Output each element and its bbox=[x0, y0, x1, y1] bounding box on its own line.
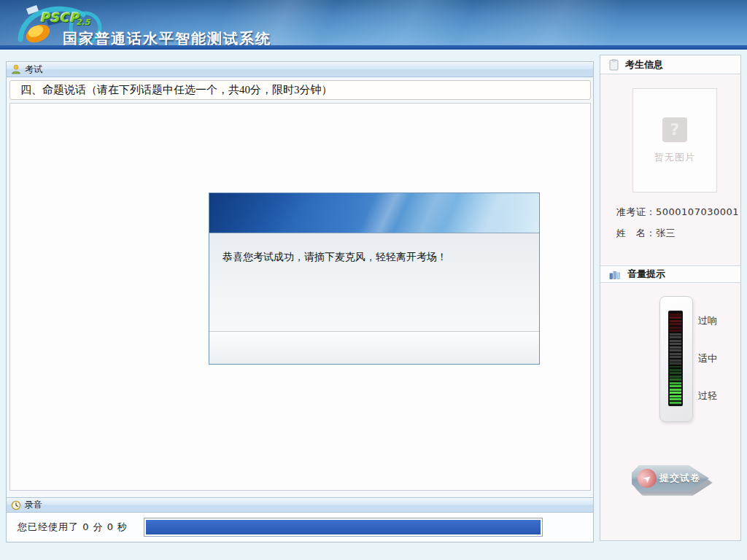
candidate-info-header: 考生信息 bbox=[600, 55, 740, 74]
recording-header-bar: 录音 bbox=[7, 497, 593, 513]
submit-arrow-icon: ➤ bbox=[634, 465, 661, 492]
candidate-sidebar: 考生信息 ? 暂无图片 准考证：5000107030001 姓 名：张三 音量提… bbox=[600, 55, 741, 541]
question-text: 四、命题说话（请在下列话题中任选一个，共40分，限时3分钟） bbox=[20, 83, 333, 97]
submit-button-area: ➤ 提交试卷 bbox=[632, 465, 713, 494]
recording-status-row: 您已经使用了 0 分 0 秒 bbox=[7, 513, 593, 542]
recording-header-label: 录音 bbox=[25, 499, 42, 511]
exam-content-area: 恭喜您考试成功，请摘下麦克风，轻轻离开考场！ bbox=[9, 103, 591, 491]
photo-placeholder: ? 暂无图片 bbox=[632, 88, 717, 192]
volume-bars-icon bbox=[609, 270, 621, 279]
result-dialog-header bbox=[209, 193, 539, 233]
result-dialog-body: 恭喜您考试成功，请摘下麦克风，轻轻离开考场！ bbox=[209, 233, 539, 331]
volume-header: 音量提示 bbox=[600, 265, 740, 283]
document-icon bbox=[609, 59, 619, 71]
elapsed-time-text: 您已经使用了 0 分 0 秒 bbox=[18, 521, 128, 534]
recording-progress-bar bbox=[144, 518, 543, 537]
volume-label-too-loud: 过响 bbox=[698, 314, 717, 327]
app-title: 国家普通话水平智能测试系统 bbox=[63, 29, 271, 45]
volume-header-label: 音量提示 bbox=[627, 268, 665, 281]
exam-header-bar: 考试 bbox=[7, 62, 593, 77]
result-dialog-footer bbox=[209, 331, 539, 364]
admission-label: 准考证： bbox=[616, 206, 656, 217]
exam-panel: 考试 四、命题说话（请在下列话题中任选一个，共40分，限时3分钟） 恭喜您考试成… bbox=[6, 61, 594, 542]
exam-header-label: 考试 bbox=[25, 63, 42, 76]
admission-number: 5000107030001 bbox=[656, 206, 739, 217]
volume-meter bbox=[659, 296, 693, 422]
question-mark-icon: ? bbox=[662, 117, 687, 142]
user-icon bbox=[11, 64, 21, 74]
photo-placeholder-label: 暂无图片 bbox=[654, 151, 695, 164]
admission-number-row: 准考证：5000107030001 bbox=[616, 206, 739, 219]
result-message: 恭喜您考试成功，请摘下麦克风，轻轻离开考场！ bbox=[222, 252, 447, 262]
question-bar: 四、命题说话（请在下列话题中任选一个，共40分，限时3分钟） bbox=[9, 80, 591, 100]
volume-meter-display bbox=[668, 311, 683, 406]
volume-label-moderate: 适中 bbox=[698, 352, 717, 365]
banner-bottom-strip bbox=[0, 45, 747, 50]
volume-label-too-quiet: 过轻 bbox=[698, 389, 717, 402]
candidate-name-row: 姓 名：张三 bbox=[616, 227, 676, 240]
candidate-info-label: 考生信息 bbox=[625, 58, 663, 71]
recording-progress-fill bbox=[146, 520, 541, 534]
name-label: 姓 名： bbox=[616, 228, 656, 238]
logo-version: 2.5 bbox=[76, 18, 90, 27]
logo-text: PSCP bbox=[40, 10, 80, 25]
submit-button-label: 提交试卷 bbox=[659, 465, 700, 491]
name-value: 张三 bbox=[656, 228, 676, 238]
result-dialog: 恭喜您考试成功，请摘下麦克风，轻轻离开考场！ bbox=[209, 192, 540, 365]
clock-icon bbox=[11, 500, 21, 510]
app-banner: PSCP 2.5 国家普通话水平智能测试系统 bbox=[0, 0, 747, 45]
